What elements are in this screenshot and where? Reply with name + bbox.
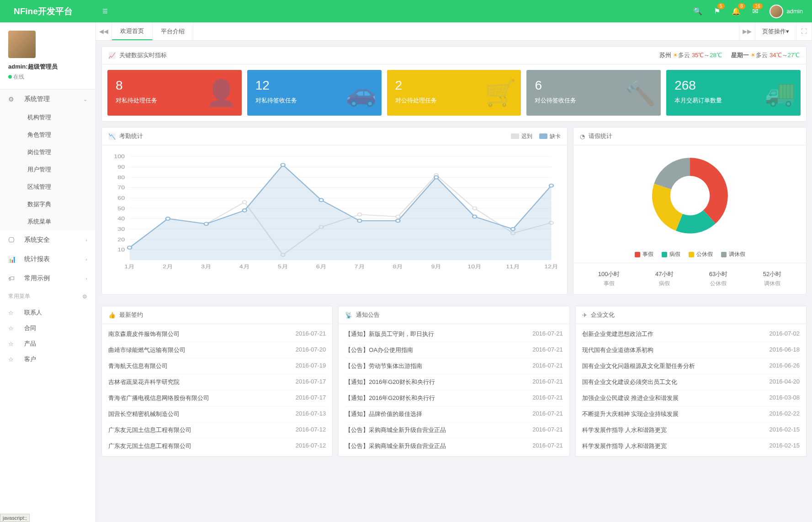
submenu-item[interactable]: 系统菜单	[0, 213, 96, 230]
svg-point-48	[281, 163, 285, 166]
svg-text:6月: 6月	[316, 264, 327, 270]
chevron-right-icon: ›	[85, 276, 87, 281]
tab-prev[interactable]: ◀◀	[96, 22, 112, 40]
svg-text:10: 10	[117, 247, 125, 253]
svg-text:5月: 5月	[278, 264, 288, 270]
svg-point-38	[357, 213, 361, 216]
favorite-item[interactable]: ☆联系人	[0, 305, 96, 320]
list-item[interactable]: 【公告】采购商城全新升级自营业正品2016-07-21	[345, 422, 563, 438]
favorite-item[interactable]: ☆产品	[0, 336, 96, 352]
gear-icon[interactable]: ⚙	[82, 293, 87, 300]
list-item[interactable]: 【公告】OA办公使用指南2016-07-21	[345, 342, 563, 358]
svg-text:3月: 3月	[201, 264, 212, 270]
list-item[interactable]: 国有企业文化问题根源及文化重塑任务分析2016-06-26	[582, 358, 800, 374]
stat-card[interactable]: 268本月交易订单数量🚚	[666, 70, 801, 116]
bell-icon[interactable]: 🔔8	[732, 7, 741, 16]
username: admin	[787, 8, 803, 15]
list-item[interactable]: 【通知】新版员工守则，即日执行2016-07-21	[345, 326, 563, 342]
list-item[interactable]: 吉林省蔬菜花卉科学研究院2016-07-17	[108, 374, 326, 390]
tab-intro[interactable]: 平台介绍	[153, 22, 193, 40]
star-icon: ☆	[8, 309, 17, 316]
list-item[interactable]: 南京森鹿皮件服饰有限公司2016-07-21	[108, 326, 326, 342]
submenu-item[interactable]: 区域管理	[0, 178, 96, 196]
menu-stats[interactable]: 📊 统计报表 ›	[0, 250, 96, 269]
list-item[interactable]: 【通知】2016年G20财长和央行行2016-07-21	[345, 374, 563, 390]
list-item[interactable]: 曲靖市绿能燃气运输有限公司2016-07-20	[108, 342, 326, 358]
list-item[interactable]: 广东友元国土信息工程有限公司2016-07-12	[108, 422, 326, 438]
list-item[interactable]: 加强企业公民建设 推进企业和谐发展2016-03-08	[582, 390, 800, 406]
stat-card[interactable]: 6对公待签收任务🔨	[526, 70, 661, 116]
leave-panel: ◔ 请假统计 事假病假公休假调休假 100小时事假47小时病假63小时公休假52…	[573, 127, 807, 295]
svg-text:4月: 4月	[239, 264, 250, 270]
list-item[interactable]: 【公告】劳动节集体出游指南2016-07-21	[345, 358, 563, 374]
favorite-item[interactable]: ☆客户	[0, 352, 96, 367]
menu-system-security[interactable]: 🖵 系统安全 ›	[0, 230, 96, 250]
top-header: NFine开发平台 ☰ 🔍 ⚑5 🔔8 ✉16 admin	[0, 0, 812, 22]
area-chart-icon: 📉	[108, 133, 116, 140]
signings-panel: 👍最新签约 南京森鹿皮件服饰有限公司2016-07-21曲靖市绿能燃气运输有限公…	[101, 306, 333, 457]
svg-point-35	[243, 201, 247, 204]
legend-item[interactable]: 调休假	[721, 250, 745, 258]
list-item[interactable]: 【通知】2016年G20财长和央行行2016-07-21	[345, 390, 563, 406]
submenu-item[interactable]: 数据字典	[0, 196, 96, 213]
legend-item[interactable]: 公休假	[689, 250, 713, 258]
mail-icon[interactable]: ✉16	[752, 7, 758, 16]
list-item[interactable]: 创新企业党建思想政治工作2016-07-02	[582, 326, 800, 342]
avatar-large	[8, 31, 36, 58]
weather-bar: 苏州 ☀多云 35℃～28℃ 星期一 ☀多云 34℃～27℃	[659, 51, 800, 59]
stat-card[interactable]: 2对公待处理任务🛒	[387, 70, 521, 116]
status-link: javascript:;	[0, 514, 30, 522]
user-name: admin:超级管理员	[8, 63, 87, 71]
user-status: 在线	[8, 73, 87, 81]
search-icon[interactable]: 🔍	[693, 7, 702, 16]
submenu-item[interactable]: 用户管理	[0, 161, 96, 178]
list-item[interactable]: 国营长空精密机械制造公司2016-07-13	[108, 406, 326, 422]
list-item[interactable]: 青海航天信息有限公司2016-07-19	[108, 358, 326, 374]
svg-point-44	[127, 246, 132, 249]
list-item[interactable]: 科学发展作指导 人水和谐路更宽2016-02-15	[582, 422, 800, 438]
fav-header: 常用菜单 ⚙	[0, 288, 96, 305]
svg-point-41	[472, 207, 477, 210]
list-item[interactable]: 【通知】品牌价值的最佳选择2016-07-21	[345, 406, 563, 422]
list-item[interactable]: 不断提升大庆精神 实现企业持续发展2016-02-22	[582, 406, 800, 422]
legend-late[interactable]: 迟到	[511, 133, 532, 140]
flag-icon[interactable]: ⚑5	[714, 7, 720, 16]
tab-operations[interactable]: 页签操作 ▾	[755, 22, 796, 40]
svg-text:80: 80	[117, 175, 125, 180]
stat-card[interactable]: 12对私待签收任务🚗	[247, 70, 382, 116]
user-panel: admin:超级管理员 在线	[0, 22, 96, 90]
sidebar-toggle[interactable]: ☰	[96, 8, 114, 15]
stat-card[interactable]: 8对私待处理任务👤	[107, 70, 242, 116]
legend-item[interactable]: 病假	[662, 250, 680, 258]
list-item[interactable]: 广东友元国土信息工程有限公司2016-07-12	[108, 438, 326, 454]
submenu-item[interactable]: 机构管理	[0, 109, 96, 126]
menu-system-mgmt[interactable]: ⚙ 系统管理 ⌄	[0, 90, 96, 109]
gear-icon: ⚙	[8, 96, 17, 103]
submenu-item[interactable]: 岗位管理	[0, 144, 96, 161]
panel-title: 考勤统计	[119, 132, 143, 140]
avatar	[770, 5, 783, 18]
menu-examples[interactable]: 🏷 常用示例 ›	[0, 269, 96, 288]
fullscreen-icon[interactable]: ⛶	[796, 22, 812, 40]
list-item[interactable]: 现代国有企业道德体系初构2016-06-18	[582, 342, 800, 358]
tab-next[interactable]: ▶▶	[739, 22, 755, 40]
legend-missing[interactable]: 缺卡	[539, 133, 561, 140]
list-item[interactable]: 【公告】采购商城全新升级自营业正品2016-07-21	[345, 438, 563, 454]
list-item[interactable]: 青海省广播电视信息网络股份有限公司2016-07-17	[108, 390, 326, 406]
svg-text:50: 50	[117, 206, 125, 211]
star-icon: ☆	[8, 341, 17, 347]
svg-text:100: 100	[114, 154, 125, 160]
list-item[interactable]: 国有企业文化建设必须突出员工文化2016-04-20	[582, 374, 800, 390]
donut-stat: 47小时病假	[655, 270, 674, 288]
submenu-item[interactable]: 角色管理	[0, 126, 96, 144]
list-item[interactable]: 科学发展作指导 人水和谐路更宽2016-02-15	[582, 438, 800, 454]
svg-text:8月: 8月	[393, 264, 403, 270]
pie-chart-icon: ◔	[580, 133, 585, 140]
user-menu[interactable]: admin	[770, 5, 803, 18]
legend-item[interactable]: 事假	[635, 250, 653, 258]
panel-title: 请假统计	[589, 132, 612, 140]
tab-home[interactable]: 欢迎首页	[112, 22, 153, 40]
svg-text:7月: 7月	[355, 264, 365, 270]
favorite-item[interactable]: ☆合同	[0, 320, 96, 336]
svg-point-47	[243, 209, 247, 212]
